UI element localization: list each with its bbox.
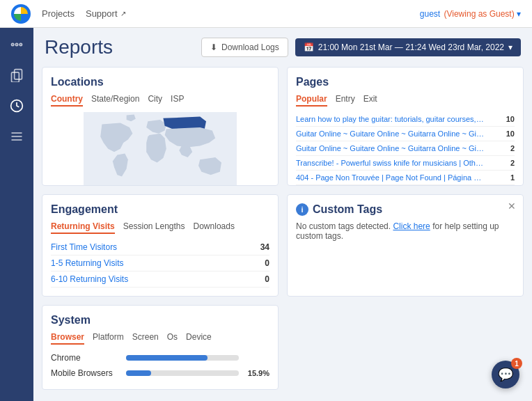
engagement-label-0[interactable]: First Time Visitors — [51, 242, 117, 252]
close-button[interactable]: ✕ — [508, 200, 516, 212]
main-content: Reports ⬇ Download Logs 📅 21:00 Mon 21st… — [33, 28, 532, 401]
nav-support[interactable]: Support ↗ — [86, 8, 126, 19]
pages-list: Learn how to play the guitar: tutorials,… — [296, 112, 515, 186]
svg-rect-4 — [15, 70, 22, 79]
list-item: Learn how to play the guitar: tutorials,… — [296, 112, 515, 127]
list-item: First Time Visitors 34 — [51, 239, 269, 255]
engagement-count-0: 34 — [260, 242, 269, 252]
list-item: 1-5 Returning Visits 0 — [51, 255, 269, 272]
sidebar-icon-copy[interactable] — [8, 67, 25, 84]
tab-browser[interactable]: Browser — [51, 332, 84, 345]
custom-tags-header: i Custom Tags — [296, 203, 515, 216]
svg-point-1 — [12, 43, 14, 45]
page-count-0: 10 — [501, 115, 515, 123]
svg-rect-5 — [12, 72, 19, 82]
sidebar-icon-list[interactable] — [8, 128, 25, 145]
engagement-title: Engagement — [51, 203, 269, 216]
list-item: 404 - Page Non Trouvée | Page Not Found … — [296, 171, 515, 185]
browser-mobile-label: Mobile Browsers — [51, 368, 120, 378]
external-link-icon: ↗ — [120, 10, 126, 17]
page-title-0[interactable]: Learn how to play the guitar: tutorials,… — [296, 115, 484, 123]
svg-point-3 — [19, 43, 22, 45]
engagement-label-2[interactable]: 6-10 Returning Visits — [51, 274, 128, 284]
browser-mobile-bar — [126, 370, 151, 376]
download-icon: ⬇ — [210, 42, 217, 52]
top-nav: Projects Support ↗ guest (Viewing as Gue… — [0, 0, 532, 28]
tab-isp[interactable]: ISP — [171, 94, 184, 107]
page-title-2[interactable]: Guitar Online ~ Guitare Online ~ Guitarr… — [296, 144, 484, 152]
list-item: 404 - Page Non Trouvée | Page Not Found … — [296, 185, 515, 186]
system-row-chrome: Chrome — [51, 350, 269, 365]
list-item: Guitar Online ~ Guitare Online ~ Guitarr… — [296, 141, 515, 156]
chat-button[interactable]: 💬 1 — [492, 361, 519, 388]
browser-mobile-bar-bg — [126, 370, 239, 376]
pages-card: Pages Popular Entry Exit Learn how to pl… — [287, 67, 524, 186]
browser-chrome-bar — [126, 355, 208, 361]
browser-chrome-bar-bg — [126, 355, 239, 361]
svg-point-2 — [15, 43, 17, 45]
tab-popular[interactable]: Popular — [296, 94, 327, 107]
tab-downloads[interactable]: Downloads — [194, 221, 235, 234]
engagement-tabs: Returning Visits Session Lengths Downloa… — [51, 221, 269, 234]
list-item: Guitar Online ~ Guitare Online ~ Guitarr… — [296, 127, 515, 141]
page-count-2: 2 — [501, 144, 515, 152]
engagement-count-1: 0 — [265, 258, 269, 268]
page-count-1: 10 — [501, 129, 515, 138]
list-item: Transcribe! - Powerful swiss knife for m… — [296, 156, 515, 171]
engagement-card: Engagement Returning Visits Session Leng… — [42, 194, 279, 297]
chevron-down-icon: ▾ — [508, 42, 513, 52]
sidebar — [0, 28, 33, 401]
engagement-label-1[interactable]: 1-5 Returning Visits — [51, 258, 124, 268]
tab-entry[interactable]: Entry — [336, 94, 355, 107]
chat-icon: 💬 — [498, 367, 513, 382]
nav-projects[interactable]: Projects — [42, 8, 75, 19]
logo-icon — [11, 4, 31, 24]
nav-support-label: Support — [86, 8, 118, 19]
user-menu[interactable]: guest (Viewing as Guest) ▾ — [420, 9, 521, 19]
page-title-4[interactable]: 404 - Page Non Trouvée | Page Not Found … — [296, 173, 484, 182]
download-logs-button[interactable]: ⬇ Download Logs — [201, 38, 288, 57]
browser-mobile-pct: 15.9% — [244, 369, 269, 377]
system-card: System Browser Platform Screen Os Device… — [42, 305, 279, 390]
tab-screen[interactable]: Screen — [132, 332, 159, 345]
custom-tags-title: Custom Tags — [313, 203, 382, 216]
tab-platform[interactable]: Platform — [93, 332, 124, 345]
dropdown-icon: ▾ — [517, 9, 521, 19]
custom-tags-message: No custom tags detected. Click here for … — [296, 221, 515, 241]
tab-session-lengths[interactable]: Session Lengths — [123, 221, 185, 234]
sidebar-icon-reports[interactable] — [8, 97, 25, 114]
header-controls: ⬇ Download Logs 📅 21:00 Mon 21st Mar — 2… — [201, 38, 521, 57]
engagement-list: First Time Visitors 34 1-5 Returning Vis… — [51, 239, 269, 288]
tab-exit[interactable]: Exit — [363, 94, 377, 107]
custom-tags-link[interactable]: Click here — [393, 221, 430, 231]
world-map — [51, 112, 269, 186]
date-range-button[interactable]: 📅 21:00 Mon 21st Mar — 21:24 Wed 23rd Ma… — [295, 38, 521, 56]
browser-chrome-label: Chrome — [51, 353, 120, 363]
locations-card: Locations Country State/Region City ISP — [42, 67, 279, 186]
nav-left: Projects Support ↗ — [11, 4, 126, 24]
tab-city[interactable]: City — [148, 94, 162, 107]
tab-state-region[interactable]: State/Region — [91, 94, 139, 107]
date-range-label: 21:00 Mon 21st Mar — 21:24 Wed 23rd Mar,… — [318, 42, 504, 52]
download-label: Download Logs — [221, 42, 279, 52]
page-count-3: 2 — [501, 159, 515, 167]
tab-device[interactable]: Device — [186, 332, 212, 345]
tab-country[interactable]: Country — [51, 94, 83, 107]
sidebar-icon-home[interactable] — [8, 36, 25, 53]
info-icon: i — [296, 203, 308, 216]
username: guest — [420, 9, 440, 19]
page-title-1[interactable]: Guitar Online ~ Guitare Online ~ Guitarr… — [296, 129, 484, 138]
calendar-icon: 📅 — [304, 42, 314, 52]
page-header: Reports ⬇ Download Logs 📅 21:00 Mon 21st… — [33, 28, 532, 67]
custom-tags-card: i Custom Tags ✕ No custom tags detected.… — [287, 194, 524, 297]
tab-os[interactable]: Os — [167, 332, 178, 345]
page-title-3[interactable]: Transcribe! - Powerful swiss knife for m… — [296, 159, 484, 167]
user-role: (Viewing as Guest) — [444, 9, 515, 19]
pages-tab-bar: Popular Entry Exit — [296, 94, 515, 107]
chat-badge: 1 — [511, 358, 522, 369]
tab-returning-visits[interactable]: Returning Visits — [51, 221, 115, 234]
locations-title: Locations — [51, 76, 269, 88]
page-count-4: 1 — [501, 173, 515, 182]
system-row-mobile: Mobile Browsers 15.9% — [51, 365, 269, 381]
engagement-count-2: 0 — [265, 274, 269, 284]
